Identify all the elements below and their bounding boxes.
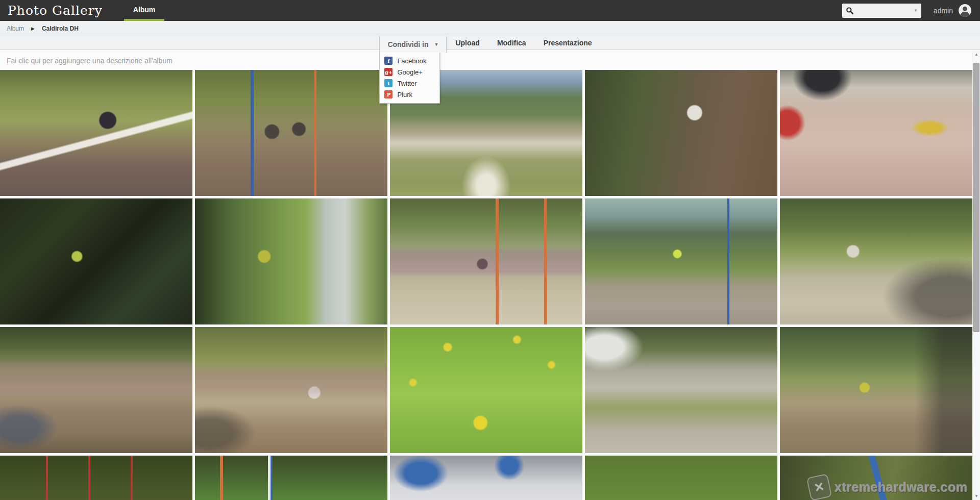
share-menu-item-facebook[interactable]: f Facebook	[380, 55, 439, 66]
share-menu-label: Google+	[397, 68, 423, 76]
photo-19[interactable]	[585, 456, 777, 500]
share-menu-label: Twitter	[397, 80, 416, 87]
plurk-icon: P	[384, 90, 393, 98]
user-avatar-icon[interactable]	[958, 4, 972, 17]
photo-16[interactable]	[0, 456, 192, 500]
photo-7[interactable]	[195, 198, 387, 324]
share-menu: f Facebook g+ Google+ t Twitter P Plurk	[379, 52, 440, 104]
twitter-icon: t	[384, 79, 393, 87]
photo-14[interactable]	[585, 327, 777, 453]
slideshow-button[interactable]: Presentazione	[535, 36, 601, 49]
facebook-icon: f	[384, 57, 393, 65]
photo-12[interactable]	[195, 327, 387, 453]
scrollbar-thumb[interactable]	[973, 63, 979, 332]
album-content: Fai clic qui per aggiungere una descrizi…	[0, 50, 980, 500]
share-menu-item-googleplus[interactable]: g+ Google+	[380, 66, 439, 78]
photo-5[interactable]	[780, 70, 972, 196]
photo-10[interactable]	[780, 198, 972, 324]
photo-1[interactable]	[0, 70, 192, 196]
watermark-x-icon: ✕	[806, 473, 832, 500]
edit-button[interactable]: Modifica	[488, 36, 535, 49]
share-button-label: Condividi in	[387, 40, 428, 48]
photo-6[interactable]	[0, 198, 192, 324]
tab-album[interactable]: Album	[124, 0, 165, 21]
upload-button[interactable]: Upload	[447, 36, 488, 49]
breadcrumb-arrow-icon: ▶	[31, 26, 35, 31]
share-menu-item-twitter[interactable]: t Twitter	[380, 78, 439, 89]
googleplus-icon: g+	[384, 68, 393, 76]
share-menu-label: Facebook	[397, 57, 426, 65]
breadcrumb-album-link[interactable]: Album	[7, 25, 24, 32]
breadcrumb-current: Caldirola DH	[42, 25, 79, 32]
photo-15[interactable]	[780, 327, 972, 453]
photo-13[interactable]	[390, 327, 582, 453]
scroll-down-icon[interactable]: ▼	[973, 492, 980, 500]
toolbar: Condividi in ▼ f Facebook g+ Google+ t T…	[0, 36, 980, 50]
share-menu-item-plurk[interactable]: P Plurk	[380, 89, 439, 100]
photo-2[interactable]	[195, 70, 387, 196]
caret-down-icon: ▼	[434, 42, 439, 47]
share-menu-label: Plurk	[397, 91, 412, 98]
search-icon	[846, 7, 854, 15]
photo-grid	[0, 70, 972, 500]
photo-18[interactable]	[390, 456, 582, 500]
scrollbar[interactable]: ▲ ▼	[972, 50, 980, 500]
username-link[interactable]: admin	[934, 7, 953, 15]
photo-11[interactable]	[0, 327, 192, 453]
search-input[interactable]	[856, 7, 912, 14]
watermark: ✕ xtremehardware.com	[808, 476, 968, 499]
watermark-text: xtremehardware.com	[835, 480, 968, 495]
header-right: ▼ admin	[842, 4, 972, 18]
search-caret-icon[interactable]: ▼	[914, 8, 918, 13]
scroll-up-icon[interactable]: ▲	[973, 50, 980, 58]
app-logo: Photo Gallery	[8, 3, 103, 18]
share-dropdown: Condividi in ▼ f Facebook g+ Google+ t T…	[379, 36, 447, 50]
breadcrumb: Album ▶ Caldirola DH	[0, 21, 980, 36]
photo-8[interactable]	[390, 198, 582, 324]
photo-17[interactable]	[195, 456, 387, 500]
search-box[interactable]: ▼	[842, 4, 921, 18]
photo-4[interactable]	[585, 70, 777, 196]
share-button[interactable]: Condividi in ▼	[379, 36, 447, 53]
album-description-placeholder[interactable]: Fai clic qui per aggiungere una descrizi…	[0, 50, 173, 70]
photo-9[interactable]	[585, 198, 777, 324]
header: Photo Gallery Album ▼ admin	[0, 0, 980, 21]
